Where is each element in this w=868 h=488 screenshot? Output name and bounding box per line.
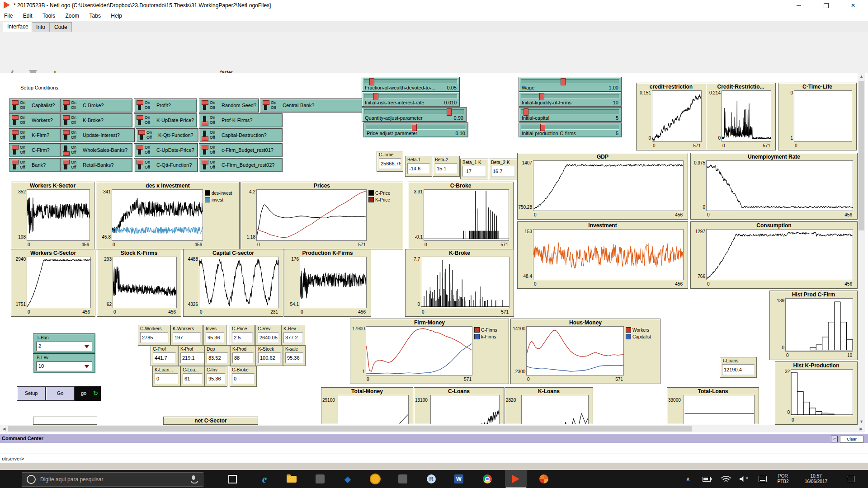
tray-speaker-muted-icon[interactable]: × — [737, 470, 752, 488]
switch-toggle-handle[interactable] — [202, 160, 208, 164]
tray-ime-icon[interactable] — [756, 470, 769, 488]
tray-wifi-icon[interactable] — [718, 470, 732, 488]
switch-retail-banks[interactable]: OnOffRetail-Banks? — [60, 158, 132, 172]
menu-tabs[interactable]: Tabs — [85, 11, 105, 19]
menu-help[interactable]: Help — [107, 11, 126, 19]
app-generic-2[interactable] — [392, 470, 414, 488]
switch-toggle-handle[interactable] — [137, 100, 143, 105]
tab-code[interactable]: Code — [50, 22, 72, 32]
slider-initial-liquidity-of-firms[interactable]: Initial-liquidity-of-Firms10 — [519, 92, 622, 107]
switch-c-firm[interactable]: OnOffC-Firm? — [9, 143, 61, 157]
app-generic-1[interactable] — [309, 470, 331, 488]
maximize-button[interactable] — [816, 0, 836, 11]
slider-handle[interactable] — [373, 93, 378, 100]
switch-k-qtt-function[interactable]: OnOffK-Qtt-Function? — [136, 128, 198, 142]
switch-workers[interactable]: OnOffWorkers? — [9, 113, 61, 127]
menu-zoom[interactable]: Zoom — [61, 11, 83, 19]
horizontal-scroll-thumb[interactable] — [8, 426, 692, 432]
tray-language-indicator[interactable]: PORPTB2 — [773, 470, 793, 488]
chooser-value-box[interactable]: 2 — [36, 342, 92, 351]
app-r[interactable]: R — [420, 470, 442, 488]
chooser-t-ban[interactable]: T-Ban2 — [33, 333, 95, 353]
switch-toggle-handle[interactable] — [137, 115, 143, 120]
switch-toggle-handle[interactable] — [12, 160, 19, 164]
switch-c-firm-budget-rest01[interactable]: OnOffc-Firm_Budget_rest01? — [199, 143, 283, 157]
button-go[interactable]: Go — [46, 386, 75, 401]
switch-toggle-handle[interactable] — [63, 151, 70, 156]
slider-handle[interactable] — [447, 108, 452, 116]
switch-toggle-handle[interactable] — [137, 160, 143, 164]
chooser-value-box[interactable]: 10 — [36, 361, 92, 371]
switch-wholesales-banks[interactable]: OnOffWholeSales-Banks? — [60, 143, 132, 157]
switch-toggle-handle[interactable] — [138, 130, 145, 135]
switch-toggle-handle[interactable] — [202, 100, 208, 105]
button-setup[interactable]: Setup — [17, 386, 46, 401]
app-netlogo[interactable] — [505, 470, 527, 488]
tray-clock[interactable]: 10:5716/06/2017 — [797, 470, 835, 488]
switch-toggle-handle[interactable] — [63, 160, 70, 164]
app-norton[interactable] — [364, 470, 386, 488]
switch-c-broke[interactable]: OnOffC-Broke? — [60, 99, 132, 113]
switch-toggle-handle[interactable] — [137, 145, 143, 150]
horizontal-scrollbar[interactable]: ◀ ▶ — [0, 425, 865, 432]
slider-fraction-of-wealth[interactable]: Fraction-of-wealth-devoted-to-...0.05 — [362, 77, 460, 92]
tray-battery-icon[interactable] — [700, 470, 713, 488]
command-center-header[interactable]: Command Center ↗ Clear — [0, 434, 868, 443]
switch-k-update-price[interactable]: OnOffK-UpDate-Price? — [134, 113, 197, 127]
tray-chevron-up[interactable]: ∧ — [682, 470, 694, 488]
slider-handle[interactable] — [369, 78, 374, 85]
slider-handle[interactable] — [561, 78, 566, 85]
switch-random-seed[interactable]: OnOffRandom-Seed? — [199, 99, 259, 113]
app-dropbox[interactable]: ◆ — [337, 470, 359, 488]
taskbar-search[interactable]: Digite aqui para pesquisar — [22, 472, 203, 487]
switch-update-interest[interactable]: OnOffUpdate-Interest? — [60, 128, 135, 142]
tab-info[interactable]: Info — [32, 22, 50, 32]
switch-capitalist[interactable]: OnOffCapitalist? — [9, 99, 61, 113]
switch-k-broke[interactable]: OnOffK-Broke? — [60, 113, 132, 127]
scroll-left-icon[interactable]: ◀ — [1, 427, 7, 431]
switch-k-firm[interactable]: OnOffK-Firm? — [9, 128, 61, 142]
tab-interface[interactable]: Interface — [3, 22, 33, 32]
task-view-button[interactable] — [223, 470, 241, 488]
slider-handle[interactable] — [524, 108, 528, 116]
switch-profit[interactable]: OnOffProfit? — [134, 99, 197, 113]
clear-button[interactable]: Clear — [840, 436, 863, 443]
switch-toggle-handle[interactable] — [12, 145, 19, 150]
switch-toggle-handle[interactable] — [63, 115, 70, 120]
slider-initial-risk-free-interest-rate[interactable]: Initial-risk-free-interest-rate0.010 — [362, 92, 460, 107]
close-button[interactable]: ✕ — [843, 0, 863, 11]
switch-prof-k-firms[interactable]: OnOffProf-K-Firms? — [199, 113, 283, 127]
switch-c-firm-budget-rest02[interactable]: OnOffC-Firm_Budget_rest02? — [199, 158, 283, 172]
slider-initial-capital[interactable]: Initial-capital5 — [519, 107, 622, 122]
slider-price-adjust-parameter[interactable]: Price-adjust-parameter0.10 — [363, 122, 468, 137]
app-file-explorer[interactable] — [281, 470, 302, 488]
switch-bank[interactable]: OnOffBank? — [9, 158, 61, 172]
switch-toggle-handle[interactable] — [63, 130, 70, 135]
switch-central-bank[interactable]: OnOffCentral-Bank? — [260, 99, 364, 113]
expand-icon[interactable]: ↗ — [831, 436, 838, 442]
scroll-down-icon[interactable]: ▼ — [858, 419, 865, 424]
menu-tools[interactable]: Tools — [38, 11, 59, 19]
switch-toggle-handle[interactable] — [202, 122, 208, 126]
vertical-scroll-thumb[interactable] — [859, 81, 864, 230]
switch-toggle-handle[interactable] — [12, 130, 19, 135]
switch-capital-destruction[interactable]: OnOffCapital-Destruction? — [199, 128, 283, 142]
switch-toggle-handle[interactable] — [202, 145, 208, 150]
microphone-icon[interactable] — [192, 475, 195, 480]
slider-initial-production-c-firms[interactable]: Initial-production-C-firms5 — [519, 122, 622, 137]
menu-edit[interactable]: Edit — [19, 11, 37, 19]
app-word[interactable]: W — [448, 470, 470, 488]
switch-toggle-handle[interactable] — [12, 100, 19, 105]
slider-handle[interactable] — [540, 124, 545, 131]
switch-c-update-price[interactable]: OnOffC-UpDate-Price? — [134, 143, 198, 157]
slider-handle[interactable] — [412, 124, 417, 131]
switch-toggle-handle[interactable] — [202, 136, 208, 141]
slider-quantity-adjust-parameter[interactable]: Quantity-adjust-parameter0.90 — [362, 107, 467, 122]
slider-handle[interactable] — [539, 93, 544, 100]
switch-toggle-handle[interactable] — [263, 100, 269, 105]
app-photos[interactable] — [533, 470, 555, 488]
tray-notification-icon[interactable] — [843, 470, 858, 488]
scroll-up-icon[interactable]: ▲ — [858, 74, 865, 79]
button-go-forever[interactable]: go↻ — [75, 386, 101, 401]
app-chrome[interactable] — [476, 470, 498, 488]
